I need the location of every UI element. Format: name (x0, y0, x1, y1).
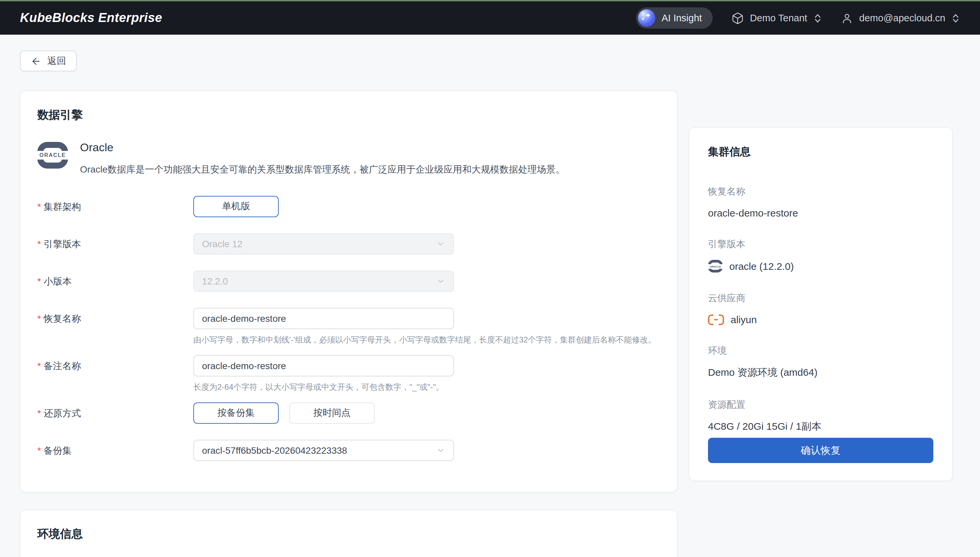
info-resources-label: 资源配置 (708, 399, 933, 411)
info-environment-value: Demo 资源环境 (amd64) (708, 366, 933, 379)
arrow-left-icon (31, 55, 41, 66)
form-row-backup-set: *备份集 oracl-57ff6b5bcb-20260423223338 (38, 440, 660, 461)
oracle-mini-icon: ORACLE (708, 260, 723, 272)
minor-version-value: 12.2.0 (202, 276, 228, 287)
engine-name: Oracle (80, 141, 565, 155)
left-column: 数据引擎 ORACLE Oracle Oracle数据库是一个功能强大且安全可靠… (20, 91, 677, 557)
required-asterisk: * (38, 445, 41, 456)
confirm-button-wrap: 确认恢复 (708, 438, 933, 463)
form-row-cluster-arch: *集群架构 单机版 (38, 196, 660, 218)
required-asterisk: * (38, 239, 41, 249)
required-asterisk: * (38, 202, 41, 212)
info-restore-name-value: oracle-demo-restore (708, 207, 933, 218)
app-logo: KubeBlocks Enterprise (20, 11, 162, 25)
ai-insight-button[interactable]: ✦ ✦ ✦ AI Insight (636, 7, 713, 29)
engine-version-label: *引擎版本 (38, 233, 193, 255)
note-name-input[interactable] (193, 355, 454, 376)
info-cloud-provider-value: aliyun (708, 314, 933, 325)
user-menu[interactable]: demo@apecloud.cn (841, 11, 960, 24)
environment-info-card: 环境信息 (20, 510, 677, 557)
chevron-down-icon (436, 239, 445, 249)
content-columns: 数据引擎 ORACLE Oracle Oracle数据库是一个功能强大且安全可靠… (20, 91, 960, 557)
aliyun-icon (708, 314, 724, 325)
restore-method-by-backup-button[interactable]: 按备份集 (193, 402, 279, 424)
form-row-minor-version: *小版本 12.2.0 (38, 271, 660, 292)
user-email: demo@apecloud.cn (859, 13, 945, 23)
tenant-selector[interactable]: Demo Tenant (731, 11, 822, 24)
required-asterisk: * (38, 360, 41, 371)
page-body: 返回 数据引擎 ORACLE Oracle Oracle数据库是一个功能强大且安… (0, 35, 980, 557)
back-button-label: 返回 (47, 55, 66, 67)
engine-version-select[interactable]: Oracle 12 (193, 233, 454, 255)
data-engine-card: 数据引擎 ORACLE Oracle Oracle数据库是一个功能强大且安全可靠… (20, 91, 677, 492)
restore-method-options: 按备份集 按时间点 (193, 402, 375, 424)
note-name-help: 长度为2-64个字符，以大小写字母或中文开头，可包含数字，"_"或"-"。 (193, 382, 454, 393)
minor-version-select[interactable]: 12.2.0 (193, 271, 454, 292)
engine-description: Oracle数据库是一个功能强大且安全可靠的关系型数据库管理系统，被广泛应用于企… (80, 163, 565, 176)
chevron-down-icon (436, 277, 445, 286)
restore-name-input[interactable] (193, 308, 454, 329)
ai-sparkle-icon: ✦ ✦ ✦ (638, 9, 656, 27)
info-environment-label: 环境 (708, 345, 933, 357)
restore-name-help: 由小写字母，数字和中划线'-'组成，必须以小写字母开头，小写字母或数字结尾，长度… (193, 335, 656, 346)
engine-header: ORACLE Oracle Oracle数据库是一个功能强大且安全可靠的关系型数… (38, 140, 660, 176)
restore-name-label: *恢复名称 (38, 308, 193, 329)
tenant-cube-icon (731, 11, 744, 24)
restore-method-by-time-button[interactable]: 按时间点 (289, 402, 375, 424)
ai-insight-label: AI Insight (662, 13, 702, 23)
required-asterisk: * (38, 408, 41, 419)
restore-name-field-group: 由小写字母，数字和中划线'-'组成，必须以小写字母开头，小写字母或数字结尾，长度… (193, 308, 656, 346)
note-name-field-group: 长度为2-64个字符，以大小写字母或中文开头，可包含数字，"_"或"-"。 (193, 355, 454, 393)
backup-set-label: *备份集 (38, 440, 193, 461)
topbar-right-group: ✦ ✦ ✦ AI Insight Demo Tenant (636, 7, 960, 29)
form-row-engine-version: *引擎版本 Oracle 12 (38, 233, 660, 255)
cluster-info-card: 集群信息 恢复名称 oracle-demo-restore 引擎版本 ORACL… (689, 127, 953, 481)
chevron-down-icon (436, 446, 445, 455)
info-engine-version-label: 引擎版本 (708, 239, 933, 251)
info-engine-version-value: ORACLE oracle (12.2.0) (708, 260, 933, 272)
engine-version-value: Oracle 12 (202, 239, 242, 249)
cluster-arch-label: *集群架构 (38, 196, 193, 218)
form-row-note-name: *备注名称 长度为2-64个字符，以大小写字母或中文开头，可包含数字，"_"或"… (38, 355, 660, 393)
note-name-label: *备注名称 (38, 355, 193, 376)
backup-set-value: oracl-57ff6b5bcb-20260423223338 (202, 445, 347, 456)
user-expand-icon (951, 12, 960, 24)
tenant-expand-icon (813, 12, 822, 24)
environment-info-title: 环境信息 (38, 526, 660, 542)
info-cloud-provider-label: 云供应商 (708, 293, 933, 305)
info-restore-name-label: 恢复名称 (708, 186, 933, 198)
back-button[interactable]: 返回 (20, 50, 77, 71)
info-resources-value: 4C8G / 20Gi 15Gi / 1副本 (708, 420, 933, 433)
form-row-restore-method: *还原方式 按备份集 按时间点 (38, 402, 660, 424)
required-asterisk: * (38, 313, 41, 324)
user-icon (841, 11, 853, 24)
tenant-name: Demo Tenant (750, 13, 807, 23)
data-engine-title: 数据引擎 (38, 107, 660, 122)
required-asterisk: * (38, 276, 41, 287)
form-row-restore-name: *恢复名称 由小写字母，数字和中划线'-'组成，必须以小写字母开头，小写字母或数… (38, 308, 660, 346)
top-bar: KubeBlocks Enterprise ✦ ✦ ✦ AI Insight D… (0, 1, 980, 35)
confirm-restore-button[interactable]: 确认恢复 (708, 438, 933, 463)
app-viewport: KubeBlocks Enterprise ✦ ✦ ✦ AI Insight D… (0, 0, 980, 557)
cluster-info-title: 集群信息 (708, 145, 933, 159)
oracle-logo-icon: ORACLE (38, 142, 68, 169)
cluster-arch-standalone-button[interactable]: 单机版 (193, 196, 279, 218)
engine-texts: Oracle Oracle数据库是一个功能强大且安全可靠的关系型数据库管理系统，… (80, 140, 565, 176)
backup-set-select[interactable]: oracl-57ff6b5bcb-20260423223338 (193, 440, 454, 461)
restore-method-label: *还原方式 (38, 402, 193, 424)
minor-version-label: *小版本 (38, 271, 193, 292)
